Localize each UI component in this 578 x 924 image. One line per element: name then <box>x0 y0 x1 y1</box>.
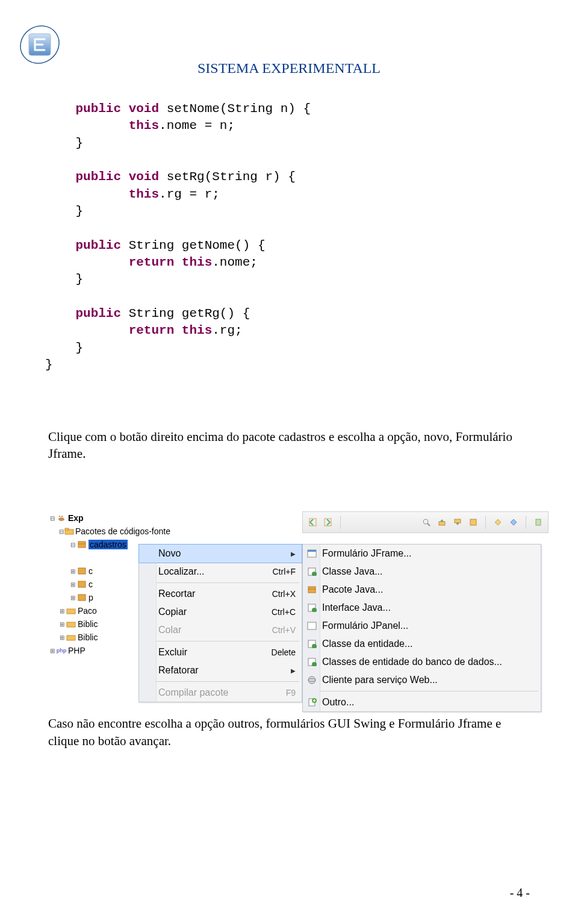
menu-compilar: Compilar pacoteF9 <box>139 684 302 702</box>
svg-line-5 <box>427 523 430 526</box>
submenu-arrow-icon: ▶ <box>291 667 296 674</box>
svg-rect-15 <box>78 568 85 574</box>
tree-node-pacotes[interactable]: ⊟ Pacotes de códigos-fonte <box>48 525 138 538</box>
svg-rect-12 <box>65 528 69 530</box>
tree-node-cadastros[interactable]: ⊟ cadastros <box>48 538 138 551</box>
tree-label: Exp <box>68 513 84 523</box>
code-text: } <box>45 358 53 372</box>
java-class-icon <box>306 566 317 577</box>
code-text: } <box>75 136 83 150</box>
tree-node[interactable]: ⊞c <box>48 564 138 578</box>
svg-rect-22 <box>308 550 316 552</box>
submenu-label: Pacote Java... <box>322 584 383 595</box>
entity-class-icon <box>306 638 317 649</box>
svg-point-4 <box>423 519 428 524</box>
svg-rect-18 <box>67 609 75 614</box>
menu-novo[interactable]: Novo ▶ <box>138 544 302 563</box>
code-text: .rg = r; <box>159 187 220 201</box>
submenu-label: Outro... <box>322 697 354 708</box>
code-text: } <box>75 272 83 286</box>
diamond-blue-icon[interactable] <box>508 516 520 528</box>
context-menu: Novo ▶ Localizar...Ctrl+F RecortarCtrl+X… <box>138 544 302 702</box>
menu-colar: ColarCtrl+V <box>139 621 302 639</box>
back-icon[interactable] <box>306 516 319 528</box>
nav-exchange-icon[interactable] <box>467 516 479 528</box>
package-icon <box>76 540 87 549</box>
svg-rect-7 <box>455 519 461 523</box>
nav-down-icon[interactable] <box>452 516 464 528</box>
menu-label: Recortar <box>158 588 195 599</box>
menu-shortcut: Ctrl+V <box>272 625 296 635</box>
svg-rect-8 <box>470 519 476 525</box>
menu-label: Excluir <box>158 647 187 658</box>
folder-icon <box>64 526 74 536</box>
tree-label: Biblic <box>78 619 98 629</box>
code-kw: void <box>121 170 159 184</box>
submenu-pacote[interactable]: Pacote Java... <box>303 581 541 599</box>
tree-node[interactable]: ⊞p <box>48 591 138 604</box>
submenu-jpanel[interactable]: Formulário JPanel... <box>303 617 541 635</box>
forward-icon[interactable] <box>322 516 334 528</box>
svg-rect-17 <box>78 595 85 601</box>
menu-label: Novo <box>158 548 181 559</box>
menu-shortcut: Delete <box>272 648 296 657</box>
tree-node-biblic[interactable]: ⊞Biblic <box>48 617 138 631</box>
code-text: .rg; <box>212 323 242 337</box>
tree-label: Paco <box>78 606 97 616</box>
code-text: } <box>75 204 83 218</box>
submenu-jframe[interactable]: Formulário JFrame... <box>303 545 541 563</box>
paragraph-1: Clique com o botão direito encima do pac… <box>48 428 530 463</box>
page-number: - 4 - <box>510 886 530 900</box>
submenu-classe[interactable]: Classe Java... <box>303 563 541 581</box>
code-kw: public <box>75 170 121 184</box>
code-text: } <box>75 341 83 355</box>
svg-rect-13 <box>78 542 85 548</box>
flag-icon[interactable] <box>532 516 544 528</box>
tree-label: Pacotes de códigos-fonte <box>75 526 170 536</box>
svg-rect-20 <box>67 635 75 640</box>
library-icon <box>66 619 76 629</box>
svg-rect-29 <box>308 622 316 629</box>
submenu-outro[interactable]: Outro... <box>303 693 541 711</box>
menu-copiar[interactable]: CopiarCtrl+C <box>139 603 302 621</box>
tree-node[interactable] <box>48 551 138 564</box>
panel-icon <box>306 620 317 631</box>
java-interface-icon <box>306 602 317 613</box>
nav-up-icon[interactable] <box>436 516 448 528</box>
submenu-label: Classe da entidade... <box>322 638 412 649</box>
menu-shortcut: Ctrl+X <box>272 589 296 599</box>
php-icon: php <box>56 646 67 655</box>
code-text: String getRg() { <box>121 307 250 320</box>
submenu-label: Formulário JPanel... <box>322 620 408 631</box>
menu-refatorar[interactable]: Refatorar▶ <box>139 661 302 679</box>
tree-node-exp[interactable]: ⊟ Exp <box>48 511 138 525</box>
code-kw: this <box>129 119 159 133</box>
menu-recortar[interactable]: RecortarCtrl+X <box>139 585 302 603</box>
code-kw: this <box>129 187 159 201</box>
tree-node-biblic[interactable]: ⊞Biblic <box>48 631 138 644</box>
submenu-interface[interactable]: Interface Java... <box>303 599 541 617</box>
tree-node-php[interactable]: ⊞phpPHP <box>48 644 138 657</box>
submenu-label: Classe Java... <box>322 566 382 577</box>
webservice-icon <box>306 675 317 685</box>
submenu-label: Interface Java... <box>322 602 391 613</box>
code-text: setRg(String r) { <box>159 170 296 184</box>
menu-shortcut: F9 <box>286 688 296 698</box>
diamond-icon[interactable] <box>492 516 504 528</box>
submenu-label: Cliente para serviço Web... <box>322 675 438 685</box>
svg-rect-9 <box>536 519 541 525</box>
menu-excluir[interactable]: ExcluirDelete <box>139 643 302 661</box>
package-icon <box>76 566 87 576</box>
submenu-entidadedb[interactable]: Classes de entidade do banco de dados... <box>303 653 541 671</box>
menu-localizar[interactable]: Localizar...Ctrl+F <box>139 563 302 581</box>
submenu-entidade[interactable]: Classe da entidade... <box>303 635 541 653</box>
code-text: String getNome() { <box>121 239 265 252</box>
zoom-icon[interactable] <box>420 516 432 528</box>
submenu-cliente[interactable]: Cliente para serviço Web... <box>303 671 541 689</box>
svg-point-34 <box>308 676 315 684</box>
submenu-label: Formulário JFrame... <box>322 548 411 559</box>
package-icon <box>76 579 87 589</box>
code-block: public void setNome(String n) { this.nom… <box>45 101 533 374</box>
tree-node[interactable]: ⊞c <box>48 578 138 591</box>
tree-node-paco[interactable]: ⊞Paco <box>48 604 138 617</box>
